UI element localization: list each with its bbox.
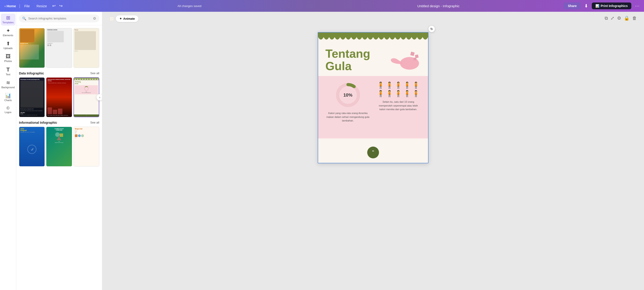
- magic-icon[interactable]: ⚙: [617, 16, 621, 21]
- informational-infographic-see-all[interactable]: See all: [90, 121, 99, 124]
- text-icon: T: [6, 67, 10, 72]
- canvas-top-icons: ⧉ ⤢ ⚙ 🔒 🗑: [605, 16, 637, 21]
- sidebar-item-photos[interactable]: 🖼 Photos: [1, 52, 16, 64]
- sidebar-item-label: Charts: [4, 99, 12, 102]
- elements-icon: ✦: [6, 28, 10, 33]
- donut-chart: 10%: [334, 82, 362, 108]
- filter-icon[interactable]: ⚙: [93, 16, 96, 20]
- template-thumb-protest[interactable]: Perjuangan mereka perjuangan kita. Merek…: [19, 77, 45, 117]
- data-infographic-header: Data Infographic See all: [19, 72, 99, 75]
- search-icon: 🔍: [22, 16, 26, 20]
- templates-icon: ⊞: [6, 16, 10, 20]
- share-button[interactable]: Share: [564, 2, 581, 9]
- title-line1: Tentang: [326, 48, 370, 60]
- sparkle-icon: ✦: [120, 17, 122, 20]
- chevron-left-icon: ‹: [4, 4, 6, 8]
- sidebar-item-logos[interactable]: © Logos: [1, 104, 16, 115]
- topbar-right: Share ⬇ 📊 Print Infographics ⋯: [564, 2, 641, 10]
- template-thumb-top1[interactable]: WORKING HOURS: [19, 28, 45, 68]
- trash-icon[interactable]: 🗑: [632, 16, 637, 21]
- person-light-7: 🧍: [394, 90, 402, 97]
- informational-template-grid: SENIKaligrafi KALIMAT, SEN TULISI, TIPOG…: [19, 127, 99, 166]
- infographic-design[interactable]: Tentang Gula: [318, 32, 428, 163]
- person-light-3: 🧍: [403, 82, 411, 89]
- person-light-9: 🧍: [412, 90, 420, 97]
- template-thumb-gula[interactable]: TentangGula 10% Kalori rata-rata orang A…: [74, 77, 99, 117]
- svg-rect-3: [413, 58, 416, 60]
- sidebar-item-label: Text: [6, 73, 10, 76]
- templates-panel: 🔍 ⚙ WORKING HOURS WORKING HOURS: [16, 12, 102, 290]
- infographic-wrapper: ↻ Tentang Gula: [318, 32, 428, 163]
- sidebar-item-label: Background: [1, 86, 15, 89]
- data-infographic-see-all[interactable]: See all: [90, 72, 99, 75]
- lock-icon[interactable]: 🔒: [624, 16, 630, 21]
- sidebar-item-charts[interactable]: 📊 Charts: [1, 92, 16, 104]
- color-swatch[interactable]: [110, 16, 114, 21]
- rotate-handle[interactable]: ↻: [428, 26, 435, 32]
- home-label: Home: [6, 4, 16, 8]
- search-box: 🔍 ⚙: [19, 14, 99, 22]
- more-options-button[interactable]: ⋯: [633, 2, 641, 10]
- person-dark: 🧍: [377, 82, 385, 89]
- pink-section: 10% Kalori yang rata-rata orang Amerika …: [318, 76, 428, 138]
- sidebar-item-elements[interactable]: ✦ Elements: [1, 26, 16, 38]
- search-area: 🔍 ⚙: [16, 12, 102, 25]
- title-line2: Gula: [326, 60, 370, 72]
- sidebar-item-label: Templates: [2, 21, 14, 24]
- document-title: Untitled design - Infographic: [315, 4, 562, 8]
- template-thumb-top3[interactable]: Recipe Ingredients: [74, 28, 99, 68]
- data-infographic-title: Data Infographic: [19, 72, 44, 75]
- sidebar-item-text[interactable]: T Text: [1, 65, 16, 78]
- template-thumb-wujudzat[interactable]: Wujud Zat PadatCairGas Fokus: [74, 127, 99, 166]
- template-thumb-red[interactable]: Saat bencana melanda mereka, nurani kita…: [46, 77, 72, 117]
- duplicate-icon[interactable]: ⧉: [605, 16, 608, 21]
- print-button[interactable]: 📊 Print Infographics: [592, 2, 631, 9]
- topbar-left: ‹ Home | File Resize ↩ ↪: [3, 2, 64, 9]
- svg-rect-1: [410, 52, 415, 56]
- svg-rect-2: [415, 54, 418, 58]
- sidebar-item-templates[interactable]: ⊞ Templates: [1, 14, 16, 26]
- scallop-header: [318, 32, 428, 42]
- template-thumb-top2[interactable]: WORKING HOURS HIERARCHY: [46, 28, 72, 68]
- person-light-8: 🧍: [403, 90, 411, 97]
- background-icon: ≋: [6, 80, 10, 85]
- template-thumb-elemen[interactable]: ELEMEN DASARKOMPOSISI PadiATRIBUTON POSI…: [46, 127, 72, 166]
- search-input[interactable]: [28, 17, 90, 20]
- sidebar-item-label: Photos: [4, 60, 12, 62]
- template-thumb-kaligrafi[interactable]: SENIKaligrafi KALIMAT, SEN TULISI, TIPOG…: [19, 127, 45, 166]
- sidebar-item-background[interactable]: ≋ Background: [1, 78, 16, 90]
- scroll-right-arrow[interactable]: ›: [96, 94, 102, 100]
- person-light-1: 🧍: [386, 82, 394, 89]
- redo-button[interactable]: ↪: [58, 2, 64, 9]
- uploads-icon: ⬆: [6, 41, 10, 46]
- divider: |: [19, 4, 20, 8]
- sidebar-item-label: Elements: [3, 34, 13, 37]
- caption2: Selain itu, satu dari 10 orang memperole…: [376, 100, 421, 111]
- sidebar-item-uploads[interactable]: ⬆ Uploads: [1, 39, 16, 51]
- person-light-4: 🧍: [412, 82, 420, 89]
- canvas-area: ✦ Animate ⧉ ⤢ ⚙ 🔒 🗑 ↻: [102, 12, 644, 290]
- resize-button[interactable]: Resize: [34, 3, 50, 9]
- person-light-6: 🧍: [386, 90, 394, 97]
- sidebar-item-label: Uploads: [4, 47, 12, 50]
- people-grid: 🧍 🧍 🧍 🧍 🧍 🧍 🧍 🧍 🧍 🧍: [377, 82, 420, 97]
- charts-icon: 📊: [5, 93, 11, 98]
- expand-icon[interactable]: ⤢: [610, 16, 614, 21]
- top-template-row: WORKING HOURS WORKING HOURS HIERARCHY: [19, 28, 99, 68]
- canvas-toolbar: ✦ Animate: [110, 16, 138, 22]
- sidebar-item-label: Logos: [5, 111, 12, 114]
- data-template-grid: Perjuangan mereka perjuangan kita. Merek…: [19, 77, 99, 117]
- main-layout: ⊞ Templates ✦ Elements ⬆ Uploads 🖼 Photo…: [0, 12, 644, 290]
- person-light-5: 🧍: [377, 90, 385, 97]
- infographic-title: Tentang Gula: [326, 48, 370, 72]
- photos-icon: 🖼: [6, 54, 11, 59]
- spoon-illustration: [389, 48, 421, 72]
- quote-circle: ": [367, 146, 379, 158]
- download-button[interactable]: ⬇: [582, 2, 590, 10]
- home-button[interactable]: ‹ Home: [3, 3, 18, 9]
- history-buttons: ↩ ↪: [51, 2, 64, 9]
- file-button[interactable]: File: [22, 3, 32, 9]
- animate-button[interactable]: ✦ Animate: [116, 16, 138, 22]
- undo-button[interactable]: ↩: [51, 2, 57, 9]
- infographic-header: Tentang Gula: [318, 42, 428, 72]
